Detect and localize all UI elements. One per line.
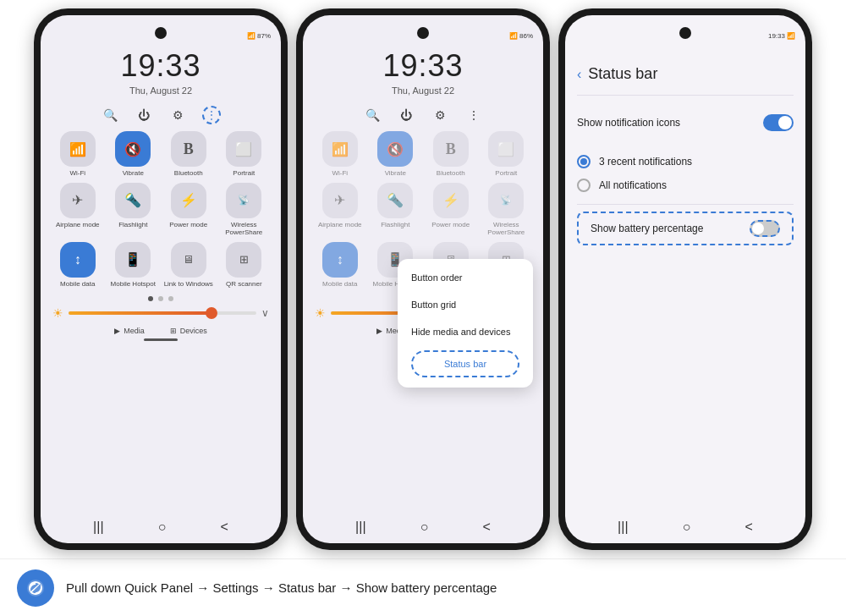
home-nav-2[interactable]: ○ (420, 520, 429, 535)
dot-3 (168, 296, 173, 301)
media-devices-row-1: ▶ Media ⊞ Devices (41, 323, 281, 338)
recent-nav-3[interactable]: ||| (618, 520, 628, 535)
status-icons-1: 📶 87% (247, 32, 271, 40)
search-icon-2[interactable]: 🔍 (363, 106, 382, 124)
qr-tile-icon: ⊞ (226, 242, 261, 278)
media-play-icon: ▶ (114, 327, 120, 335)
radio-recent[interactable]: 3 recent notifications (577, 150, 794, 173)
clock-date-2: Thu, August 22 (303, 85, 543, 96)
qs-tile-hotspot[interactable]: 📱 Mobile Hotspot (108, 242, 159, 289)
tile-airplane-2[interactable]: ✈ Airplane mode (315, 183, 365, 237)
popup-button-grid[interactable]: Button grid (398, 291, 533, 318)
radio-recent-btn[interactable] (577, 155, 591, 168)
qs-tile-qr[interactable]: ⊞ QR scanner (219, 242, 270, 289)
tile-wireless-2[interactable]: 📡 Wireless PowerShare (481, 183, 532, 237)
mobile-tile-icon: ↕ (60, 242, 96, 278)
media-play-icon-2: ▶ (376, 327, 382, 335)
phone-notch-1 (155, 27, 167, 39)
wireless-tile-label: Wireless PowerShare (219, 221, 270, 237)
more-icon[interactable]: ⋮ (202, 106, 221, 124)
qs-tile-vibrate[interactable]: 🔇 Vibrate (108, 131, 159, 178)
settings-icon-2[interactable]: ⚙ (431, 106, 449, 124)
home-nav[interactable]: ○ (158, 520, 167, 535)
signal-icon-2: 📶 (509, 32, 518, 40)
back-nav-2[interactable]: < (483, 520, 491, 535)
flash-icon-2: 🔦 (377, 183, 413, 218)
bluetooth-tile-label: Bluetooth (174, 169, 203, 178)
time-3: 19:33 (768, 32, 785, 40)
flashlight-tile-label: Flashlight (118, 221, 147, 229)
status-icons-3: 19:33 📶 (768, 32, 795, 40)
qs-tile-portrait[interactable]: ⬜ Portrait (219, 131, 270, 178)
qs-toolbar-2: 🔍 ⏻ ⚙ ⋮ (303, 99, 543, 128)
divider-1 (577, 95, 794, 96)
clock-time-2: 19:33 (303, 48, 543, 84)
brightness-slider[interactable] (69, 311, 256, 315)
windows-tile-label: Link to Windows (164, 280, 213, 289)
notif-icons-row: Show notification icons (577, 107, 794, 138)
qs-toolbar-1: 🔍 ⏻ ⚙ ⋮ (41, 99, 281, 128)
qr-tile-label: QR scanner (226, 280, 262, 289)
tile-vibrate-2[interactable]: 🔇 Vibrate (371, 131, 421, 178)
radio-all-btn[interactable] (577, 179, 591, 192)
popup-hide-media[interactable]: Hide media and devices (398, 318, 533, 345)
qs-tile-wireless[interactable]: 📡 Wireless PowerShare (219, 183, 270, 237)
devices-item[interactable]: ⊞ Devices (170, 327, 207, 335)
divider-2 (577, 204, 794, 205)
settings-icon[interactable]: ⚙ (168, 106, 187, 124)
back-arrow[interactable]: ‹ (577, 67, 581, 82)
phone-frame-1: 📶 87% 19:33 Thu, August 22 🔍 ⏻ ⚙ ⋮ (34, 8, 288, 550)
tile-flash-2[interactable]: 🔦 Flashlight (371, 183, 421, 237)
radio-all-label: All notifications (599, 179, 667, 191)
phone-frame-3: 19:33 📶 ‹ Status bar Show notification i… (558, 8, 812, 550)
popup-button-order[interactable]: Button order (398, 264, 533, 291)
home-nav-3[interactable]: ○ (683, 520, 691, 535)
recent-nav-2[interactable]: ||| (355, 520, 365, 535)
phone2-body: 📶 Wi-Fi 🔇 Vibrate B Bluetooth ⬜ (303, 128, 543, 291)
nav-bar-1: ||| ○ < (41, 511, 281, 543)
popup-status-bar[interactable]: Status bar (411, 350, 519, 377)
tile-power-2[interactable]: ⚡ Power mode (426, 183, 476, 237)
power-icon[interactable]: ⏻ (135, 106, 153, 124)
qs-tile-windows[interactable]: 🖥 Link to Windows (163, 242, 214, 289)
phone-screen-3: 19:33 📶 ‹ Status bar Show notification i… (565, 15, 805, 543)
back-nav-3[interactable]: < (745, 520, 753, 535)
battery-text-2: 86% (519, 32, 533, 40)
qs-tile-flashlight[interactable]: 🔦 Flashlight (108, 183, 159, 237)
notif-icons-toggle[interactable] (763, 114, 794, 131)
qs-tile-wifi[interactable]: 📶 Wi-Fi (52, 131, 103, 178)
media-label: Media (124, 327, 145, 335)
tile-mobile-2[interactable]: ↕ Mobile data (315, 242, 365, 289)
phone-notch-2 (417, 27, 429, 39)
phone-frame-2: 📶 86% 19:33 Thu, August 22 🔍 ⏻ ⚙ ⋮ (296, 8, 550, 550)
search-icon[interactable]: 🔍 (101, 106, 119, 124)
brightness-expand-icon[interactable]: ∨ (261, 307, 269, 319)
qs-tile-power[interactable]: ⚡ Power mode (163, 183, 214, 237)
back-nav[interactable]: < (221, 520, 228, 535)
mobile-label-2: Mobile data (322, 280, 357, 289)
tile-bt-2[interactable]: B Bluetooth (426, 131, 476, 178)
phone-screen-2: 📶 86% 19:33 Thu, August 22 🔍 ⏻ ⚙ ⋮ (303, 15, 543, 543)
instruction-bar: Pull down Quick Panel → Settings → Statu… (0, 558, 846, 616)
dot-2 (158, 296, 163, 301)
signal-icon-3: 📶 (787, 32, 795, 40)
brightness-row-1: ☀ ∨ (41, 303, 281, 323)
clock-area-1: 19:33 Thu, August 22 (41, 41, 281, 99)
tile-portrait-2[interactable]: ⬜ Portrait (481, 131, 532, 178)
qs-tile-airplane[interactable]: ✈ Airplane mode (52, 183, 103, 237)
wifi-tile-label: Wi-Fi (69, 169, 85, 178)
brightness-icon-2: ☀ (315, 306, 326, 320)
notif-icons-section: Show notification icons (565, 99, 805, 146)
media-item[interactable]: ▶ Media (114, 327, 145, 335)
power-icon-2[interactable]: ⏻ (397, 106, 415, 124)
qs-tile-mobile[interactable]: ↕ Mobile data (52, 242, 103, 289)
airplane-icon-2: ✈ (322, 183, 358, 218)
battery-pct-toggle[interactable] (750, 220, 780, 237)
recent-nav[interactable]: ||| (93, 520, 103, 535)
radio-all[interactable]: All notifications (577, 173, 794, 197)
nav-bar-3: ||| ○ < (565, 511, 805, 543)
tile-wifi-2[interactable]: 📶 Wi-Fi (315, 131, 365, 178)
more-icon-2[interactable]: ⋮ (464, 106, 483, 124)
qs-tile-bluetooth[interactable]: B Bluetooth (163, 131, 214, 178)
clock-area-2: 19:33 Thu, August 22 (303, 41, 543, 99)
